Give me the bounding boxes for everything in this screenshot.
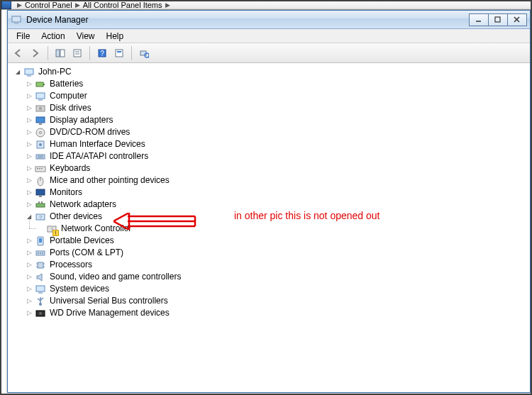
tree-item[interactable]: John-PC — [9, 66, 528, 78]
tree-item-label: Ports (COM & LPT) — [48, 247, 125, 259]
tree-item-label: Batteries — [48, 78, 84, 90]
svg-point-53 — [38, 252, 39, 254]
expander-icon[interactable] — [25, 189, 33, 197]
tree-item-label: Portable Devices — [48, 235, 116, 247]
svg-rect-20 — [36, 82, 43, 87]
tree-item[interactable]: Mice and other pointing devices — [9, 174, 528, 187]
properties-button[interactable] — [70, 45, 85, 61]
svg-point-54 — [40, 252, 41, 254]
tree-item[interactable]: Human Interface Devices — [9, 138, 528, 150]
expander-icon[interactable] — [25, 177, 33, 185]
tree-item-label: Keyboards — [48, 162, 92, 174]
expander-icon[interactable] — [25, 237, 33, 245]
toolbar: ? — [8, 43, 530, 63]
device-tree[interactable]: John-PCBatteriesComputerDisk drivesDispl… — [8, 63, 530, 392]
svg-text:?: ? — [100, 50, 104, 57]
disk-icon — [35, 103, 46, 114]
svg-point-31 — [39, 143, 42, 146]
tree-item-label: WD Drive Management devices — [48, 307, 171, 319]
expander-icon[interactable] — [25, 104, 33, 113]
chevron-right-icon: ▶ — [17, 1, 22, 9]
svg-point-29 — [40, 131, 42, 133]
sound-icon — [35, 272, 46, 283]
expander-icon[interactable] — [25, 309, 33, 318]
action-button[interactable] — [111, 45, 127, 61]
svg-rect-44 — [38, 201, 40, 204]
expander-icon[interactable] — [25, 92, 33, 101]
expander-icon[interactable] — [25, 152, 33, 161]
menubar: File Action View Help — [8, 29, 530, 43]
expander-icon[interactable] — [25, 165, 33, 173]
expander-icon[interactable] — [25, 249, 33, 257]
minimize-button[interactable] — [469, 13, 489, 26]
warning-badge-icon: ! — [52, 230, 59, 236]
svg-text:?: ? — [39, 214, 43, 221]
forward-button[interactable] — [28, 45, 43, 61]
tree-item[interactable]: Computer — [9, 90, 528, 102]
menu-action[interactable]: Action — [35, 30, 70, 43]
tree-item-label: System devices — [48, 283, 111, 295]
expander-icon[interactable] — [25, 128, 33, 137]
tree-item[interactable]: Display adapters — [9, 114, 528, 126]
tree-item-label: Computer — [48, 90, 89, 102]
tree-item[interactable]: Network adapters — [9, 199, 528, 211]
svg-rect-51 — [39, 238, 42, 243]
expander-icon[interactable] — [25, 261, 33, 269]
svg-rect-14 — [117, 51, 121, 52]
titlebar[interactable]: Device Manager — [8, 11, 530, 29]
tree-item[interactable]: Ports (COM & LPT) — [9, 247, 528, 259]
tree-item-label: Human Interface Devices — [48, 138, 147, 150]
portable-icon — [35, 235, 46, 247]
maximize-button[interactable] — [488, 13, 508, 26]
expander-icon[interactable] — [25, 140, 33, 149]
control-panel-icon — [1, 1, 11, 9]
expander-icon[interactable] — [36, 225, 45, 233]
close-button[interactable] — [507, 13, 527, 26]
tree-item[interactable]: Processors — [9, 259, 528, 271]
expander-icon[interactable] — [25, 273, 33, 282]
svg-rect-7 — [60, 50, 65, 57]
tree-item[interactable]: Disk drives — [9, 102, 528, 114]
show-hide-tree-button[interactable] — [52, 45, 68, 61]
tree-item[interactable]: System devices — [9, 283, 528, 295]
expander-icon[interactable] — [25, 297, 33, 306]
tree-item-label: Mice and other pointing devices — [48, 174, 171, 187]
other-icon: ? — [35, 211, 46, 223]
tree-item[interactable]: WD Drive Management devices — [9, 307, 528, 319]
tree-item[interactable]: Sound, video and game controllers — [9, 271, 528, 283]
tree-item[interactable]: Universal Serial Bus controllers — [9, 295, 528, 307]
svg-rect-61 — [36, 286, 45, 291]
help-button[interactable]: ? — [94, 45, 110, 61]
computer-icon — [35, 91, 46, 102]
mouse-icon — [35, 175, 46, 187]
expander-icon[interactable] — [25, 201, 33, 209]
tree-item[interactable]: DVD/CD-ROM drives — [9, 126, 528, 138]
breadcrumb-item[interactable]: All Control Panel Items — [83, 1, 162, 9]
svg-rect-41 — [36, 189, 45, 195]
menu-help[interactable]: Help — [101, 30, 130, 43]
expander-icon[interactable] — [25, 116, 33, 125]
back-button[interactable] — [11, 45, 26, 61]
menu-file[interactable]: File — [11, 30, 35, 43]
svg-rect-18 — [25, 69, 33, 74]
tree-item-label: Sound, video and game controllers — [48, 271, 182, 283]
expander-icon[interactable] — [13, 68, 22, 77]
scan-hardware-button[interactable] — [136, 45, 152, 61]
tree-item-label: Network Controller — [60, 223, 133, 235]
svg-rect-23 — [38, 99, 43, 101]
svg-rect-37 — [39, 168, 40, 169]
tree-item[interactable]: Keyboards — [9, 162, 528, 174]
tree-item[interactable]: IDE ATA/ATAPI controllers — [9, 150, 528, 162]
svg-line-17 — [148, 57, 149, 58]
tree-item[interactable]: Batteries — [9, 78, 528, 90]
expander-icon[interactable] — [25, 80, 33, 89]
usb-icon — [35, 296, 46, 307]
breadcrumb-item[interactable]: Control Panel — [25, 1, 72, 9]
menu-view[interactable]: View — [71, 30, 101, 43]
expander-icon[interactable] — [25, 285, 33, 294]
tree-item[interactable]: ?!Network Controller — [9, 223, 528, 235]
tree-item[interactable]: Portable Devices — [9, 235, 528, 247]
chevron-right-icon: ▶ — [75, 1, 80, 9]
annotation-text: in other pic this is not opened out — [234, 210, 379, 221]
tree-item[interactable]: Monitors — [9, 187, 528, 199]
